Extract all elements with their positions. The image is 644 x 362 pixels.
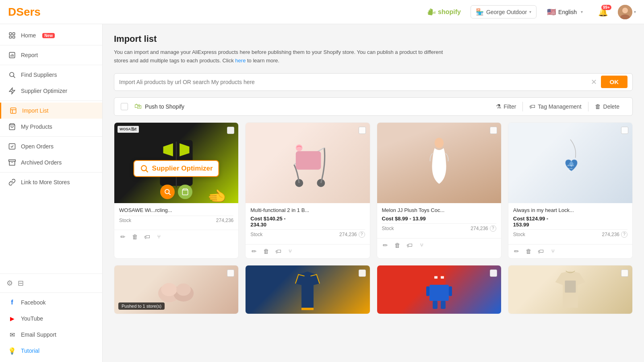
sidebar-find-suppliers-label: Find Suppliers — [21, 72, 57, 78]
product-2-checkbox[interactable] — [359, 127, 366, 134]
edit-icon[interactable]: ✏ — [250, 248, 258, 255]
edit-icon[interactable]: ✏ — [513, 248, 520, 255]
filter-button[interactable]: ⚗ Filter — [489, 103, 522, 110]
sidebar-import-list-label: Import List — [22, 107, 48, 114]
sidebar-item-archived-orders[interactable]: Archived Orders — [0, 154, 102, 171]
split-icon[interactable]: ⑂ — [418, 242, 425, 249]
search-supplier-button[interactable] — [160, 185, 175, 199]
tag-management-button[interactable]: 🏷 Tag Management — [523, 103, 588, 110]
delete-icon[interactable]: 🗑 — [262, 248, 270, 255]
brand-badge: WOSA迅E — [118, 126, 139, 133]
sidebar-item-supplier-optimizer[interactable]: Supplier Optimizer — [0, 83, 102, 99]
push-to-shopify-button[interactable]: 🛍 Push to Shopify — [134, 102, 184, 111]
avatar-chevron-icon: ▾ — [634, 10, 636, 14]
svg-marker-14 — [9, 88, 15, 94]
svg-text:always: always — [567, 164, 574, 166]
user-avatar[interactable] — [618, 5, 632, 19]
search-bar: ✕ OK — [114, 73, 633, 91]
split-icon[interactable]: ⑂ — [155, 233, 163, 241]
select-all-checkbox[interactable] — [121, 103, 128, 110]
product-6-checkbox[interactable] — [359, 269, 366, 277]
product-1-checkbox[interactable] — [227, 127, 234, 134]
sidebar-item-email-support[interactable]: ✉ Email Support — [0, 327, 102, 343]
notification-badge: 99+ — [601, 5, 611, 10]
product-card-1: WOSA迅E Supplier Optimizer — [114, 122, 239, 259]
sidebar-item-my-products[interactable]: My Products — [0, 119, 102, 135]
sidebar-item-facebook[interactable]: f Facebook — [0, 294, 102, 311]
info-icon[interactable]: ? — [359, 231, 365, 238]
store-selector[interactable]: 🏪 George Outdoor ▾ — [471, 5, 537, 19]
tag-icon[interactable]: 🏷 — [406, 242, 413, 249]
app-logo: DSers — [8, 6, 41, 19]
sidebar-home-label: Home — [21, 32, 36, 39]
product-1-overlay-actions — [160, 185, 192, 199]
facebook-icon: f — [8, 298, 16, 306]
search-clear-button[interactable]: ✕ — [591, 78, 597, 86]
tag-icon[interactable]: 🏷 — [537, 248, 545, 255]
product-card-6 — [245, 265, 370, 314]
notifications-button[interactable]: 🔔 99+ — [598, 7, 608, 17]
delete-button[interactable]: 🗑 Delete — [588, 103, 626, 110]
youtube-icon: ▶ — [8, 315, 16, 323]
svg-point-40 — [161, 283, 177, 296]
product-3-stock: Stock 274,236 ? — [382, 223, 496, 234]
home-icon — [8, 31, 16, 39]
product-1-actions: ✏ 🗑 🏷 ⑂ — [114, 230, 238, 244]
product-2-name: Multi-functional 2 in 1 B... — [250, 207, 365, 213]
delete-icon[interactable]: 🗑 — [525, 248, 533, 255]
product-image-5: Pushed to 1 store(s) — [114, 265, 238, 314]
edit-icon[interactable]: ✏ — [119, 233, 126, 241]
product-4-checkbox[interactable] — [621, 127, 628, 134]
sidebar-item-open-orders[interactable]: Open Orders — [0, 138, 102, 154]
sidebar-item-link-stores[interactable]: Link to More Stores — [0, 174, 102, 190]
sidebar-item-report[interactable]: Report — [0, 47, 102, 63]
settings-button[interactable]: ⚙ — [6, 279, 13, 288]
delete-icon[interactable]: 🗑 — [394, 242, 401, 249]
info-icon[interactable]: ? — [490, 225, 496, 232]
search-input[interactable] — [119, 79, 591, 85]
product-2-stock-count: 274,236 ? — [339, 231, 365, 238]
pushed-badge: Pushed to 1 store(s) — [118, 302, 165, 310]
language-selector[interactable]: 🇺🇸 English ▾ — [543, 5, 587, 19]
product-8-checkbox[interactable] — [621, 269, 628, 277]
product-1-stock: Stock 274,236 — [119, 216, 233, 226]
tag-icon[interactable]: 🏷 — [143, 233, 151, 241]
product-3-stock-label: Stock — [382, 226, 394, 231]
push-shopify-product-button[interactable] — [178, 185, 192, 199]
sidebar-item-home[interactable]: Home New — [0, 27, 102, 43]
product-card-5: Pushed to 1 store(s) — [114, 265, 239, 314]
shopify-bag-icon: 🛍 — [134, 102, 142, 111]
sidebar-item-import-list[interactable]: Import List — [0, 103, 102, 119]
product-7-checkbox[interactable] — [490, 269, 497, 277]
tag-icon: 🏷 — [529, 103, 535, 110]
svg-line-25 — [146, 170, 148, 172]
learn-more-link[interactable]: here — [235, 58, 246, 64]
divider-2 — [0, 65, 102, 65]
sidebar-item-find-suppliers[interactable]: Find Suppliers — [0, 67, 102, 83]
cursor-hand: 🫲 — [207, 187, 226, 203]
svg-rect-15 — [10, 108, 16, 113]
ok-button[interactable]: OK — [601, 76, 628, 88]
filter-icon: ⚗ — [496, 103, 501, 110]
sliders-button[interactable]: ⊟ — [18, 279, 24, 288]
sidebar-item-tutorial[interactable]: 💡 Tutorial — [0, 343, 102, 359]
svg-text:in my: in my — [568, 167, 573, 169]
tag-icon[interactable]: 🏷 — [275, 248, 282, 255]
sidebar-email-support-label: Email Support — [21, 331, 56, 338]
sidebar-report-label: Report — [21, 52, 38, 58]
svg-rect-51 — [565, 280, 576, 292]
product-4-name: Always in my heart Lock... — [513, 207, 627, 213]
delete-icon[interactable]: 🗑 — [131, 233, 138, 241]
svg-rect-5 — [13, 33, 15, 35]
info-icon[interactable]: ? — [621, 231, 627, 238]
product-3-checkbox[interactable] — [490, 127, 497, 134]
product-5-checkbox[interactable] — [227, 269, 234, 277]
sidebar-item-youtube[interactable]: ▶ YouTube — [0, 311, 102, 327]
product-2-actions: ✏ 🗑 🏷 ⑂ — [246, 244, 369, 258]
svg-rect-42 — [301, 308, 314, 310]
split-icon[interactable]: ⑂ — [287, 248, 294, 255]
product-card-8 — [508, 265, 633, 314]
supplier-optimizer-icon — [8, 87, 16, 95]
split-icon[interactable]: ⑂ — [549, 248, 557, 255]
edit-icon[interactable]: ✏ — [382, 242, 389, 249]
